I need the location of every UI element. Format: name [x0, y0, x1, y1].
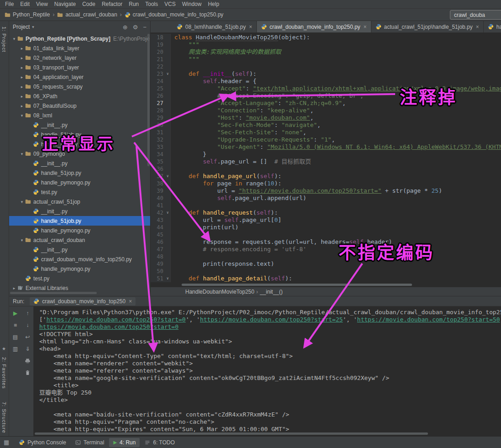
tree-item-folder[interactable]: ▸06_XPath: [9, 91, 150, 101]
editor-tab[interactable]: crawl_douban_movie_info_top250.py×: [257, 21, 371, 32]
editor-tab[interactable]: actual_crawl_51jop\handle_51job.py×: [371, 21, 484, 32]
chevron-right-icon[interactable]: ▸: [19, 75, 25, 79]
statusbar-item-4-run[interactable]: ▶4: Run: [109, 438, 140, 447]
rerun-button[interactable]: ▶: [12, 310, 19, 317]
tree-item-folder[interactable]: ▸07_BeautifulSoup: [9, 101, 150, 111]
console-link[interactable]: https://movie.douban.com/top250?start=0: [47, 316, 186, 323]
menu-item-code[interactable]: Code: [79, 0, 99, 8]
breadcrumb-item[interactable]: actual_crawl_douban: [57, 11, 117, 18]
chevron-right-icon[interactable]: ▸: [19, 84, 25, 89]
chevron-right-icon[interactable]: ▸: [19, 56, 25, 60]
editor-tab[interactable]: hand×: [484, 21, 501, 32]
tree-item-file[interactable]: test.py: [9, 187, 150, 197]
chevron-down-icon[interactable]: ▾: [19, 200, 25, 204]
tree-item-file[interactable]: __init__.py: [9, 206, 150, 216]
gear-icon[interactable]: ⚙: [133, 24, 138, 31]
tree-item-file[interactable]: __init__.py: [9, 120, 150, 130]
tree-item-file[interactable]: handle_pymongo.py: [9, 264, 150, 274]
pin-button[interactable]: ▥: [12, 345, 19, 353]
tree-item-folder[interactable]: ▾Python_Reptile [Python_Scrapy]E:\Python…: [9, 34, 150, 43]
tree-item-file[interactable]: handle_51job.py: [9, 130, 150, 139]
scroll-to-end-button[interactable]: ⇓: [24, 345, 31, 353]
tree-item-folder[interactable]: ▾08_lxml: [9, 111, 150, 120]
editor-scrollbar-thumb[interactable]: [182, 284, 412, 286]
up-stack-button[interactable]: ↑: [24, 310, 31, 317]
tree-item-folder[interactable]: ▸01_data_link_layer: [9, 43, 150, 53]
tree-item-file[interactable]: handle_51job.py: [9, 216, 150, 226]
menu-item-tools[interactable]: Tools: [142, 0, 161, 8]
tree-item-file[interactable]: ▸External Libraries: [9, 283, 150, 293]
tool-window-switcher-icon[interactable]: ▦: [4, 439, 9, 446]
chevron-right-icon[interactable]: ▸: [11, 286, 17, 290]
fold-icon[interactable]: ∨: [165, 209, 171, 216]
tool-window-button-favorites[interactable]: 2: Favorites: [1, 357, 7, 389]
tool-window-button-project[interactable]: 1: Project: [1, 26, 7, 52]
console-link[interactable]: https://movie.douban.com/top250?start=50: [357, 316, 500, 323]
down-stack-button[interactable]: ↓: [24, 322, 31, 329]
menu-item-refactor[interactable]: Refactor: [99, 0, 125, 8]
chevron-down-icon[interactable]: ▾: [19, 152, 25, 156]
run-tab[interactable]: crawl_douban_movie_info_top250 ×: [30, 297, 136, 306]
tool-window-button-structure[interactable]: 7: Structure: [1, 402, 7, 433]
tree-item-file[interactable]: handle_lxml.py: [9, 139, 150, 149]
menu-item-view[interactable]: View: [33, 0, 51, 8]
close-icon[interactable]: ×: [476, 24, 479, 30]
menu-item-window[interactable]: Window: [179, 0, 205, 8]
chevron-right-icon[interactable]: ▸: [19, 65, 25, 70]
chevron-right-icon[interactable]: ▸: [19, 46, 25, 51]
tree-item-file[interactable]: crawl_douban_movie_info_top250.py: [9, 254, 150, 264]
code-editor[interactable]: 18class HandleDoubanMovieTop250(object):…: [151, 33, 501, 283]
tree-item-folder[interactable]: ▸05_requests_scrapy: [9, 82, 150, 91]
console-output[interactable]: "D:\Program Files\Python37\python.exe" E…: [34, 306, 501, 436]
fold-icon[interactable]: ∨: [165, 173, 171, 180]
project-view-selector[interactable]: Project ▾: [13, 24, 34, 30]
tree-item-file[interactable]: handle_pymongo.py: [9, 178, 150, 187]
collapse-panel-icon[interactable]: −: [143, 24, 146, 31]
chevron-down-icon[interactable]: ▾: [19, 238, 25, 242]
tree-item-folder[interactable]: ▾09_pymongo: [9, 149, 150, 158]
print-button[interactable]: [24, 357, 31, 364]
menu-item-vcs[interactable]: VCS: [161, 0, 179, 8]
soft-wrap-button[interactable]: ↩: [24, 333, 31, 341]
tree-item-folder[interactable]: ▸02_network_layer: [9, 53, 150, 63]
tree-item-folder[interactable]: ▸04_application_layer: [9, 72, 150, 82]
menu-item-navigate[interactable]: Navigate: [51, 0, 79, 8]
console-link[interactable]: https://movie.douban.com/top250?start=0: [39, 323, 178, 330]
chevron-down-icon[interactable]: ▾: [11, 37, 17, 41]
restore-layout-button[interactable]: ▤: [12, 333, 19, 341]
chevron-down-icon[interactable]: ▾: [19, 113, 25, 118]
breadcrumb-item[interactable]: crawl_douban_movie_info_top250.py: [125, 11, 224, 18]
stop-button[interactable]: ■: [12, 322, 19, 329]
statusbar-item-6-todo[interactable]: 6: TODO: [141, 438, 179, 447]
tree-item-file[interactable]: handle_pymongo.py: [9, 226, 150, 235]
menu-item-help[interactable]: Help: [205, 0, 223, 8]
menu-item-run[interactable]: Run: [125, 0, 142, 8]
tree-item-file[interactable]: test.py: [9, 274, 150, 283]
console-link[interactable]: https://movie.douban.com/top250?start=25: [200, 316, 343, 323]
run-configuration-box[interactable]: crawl_douba: [450, 10, 501, 20]
editor-breadcrumb-item[interactable]: HandleDoubanMovieTop250: [185, 289, 254, 295]
tree-item-folder[interactable]: ▾actual_crawl_douban: [9, 235, 150, 245]
project-scrollbar-vertical[interactable]: [147, 34, 150, 166]
project-scrollbar-horizontal[interactable]: [10, 292, 97, 294]
tree-item-file[interactable]: __init__.py: [9, 158, 150, 168]
menu-item-edit[interactable]: Edit: [17, 0, 33, 8]
tree-item-file[interactable]: handle_51jop.py: [9, 168, 150, 178]
fold-icon[interactable]: ∨: [165, 275, 171, 282]
tree-item-folder[interactable]: ▾actual_crawl_51jop: [9, 197, 150, 206]
tree-item-folder[interactable]: ▸03_transport_layer: [9, 63, 150, 72]
tree-item-file[interactable]: __init__.py: [9, 245, 150, 254]
close-icon[interactable]: ×: [249, 24, 252, 30]
clear-button[interactable]: [24, 369, 31, 376]
close-icon[interactable]: ×: [364, 24, 367, 30]
statusbar-item-python-console[interactable]: Python Console: [15, 438, 70, 447]
editor-tab[interactable]: 08_lxml\handle_51job.py×: [172, 21, 257, 32]
editor-breadcrumb-item[interactable]: __init__(): [260, 289, 282, 295]
chevron-right-icon[interactable]: ▸: [19, 94, 25, 99]
console-scrollbar-thumb[interactable]: [35, 432, 428, 435]
locate-file-icon[interactable]: ⊕: [123, 24, 128, 31]
close-icon[interactable]: ×: [129, 298, 132, 305]
chevron-right-icon[interactable]: ▸: [19, 104, 25, 108]
fold-icon[interactable]: ∨: [165, 70, 171, 78]
statusbar-item-terminal[interactable]: Terminal: [71, 438, 108, 447]
